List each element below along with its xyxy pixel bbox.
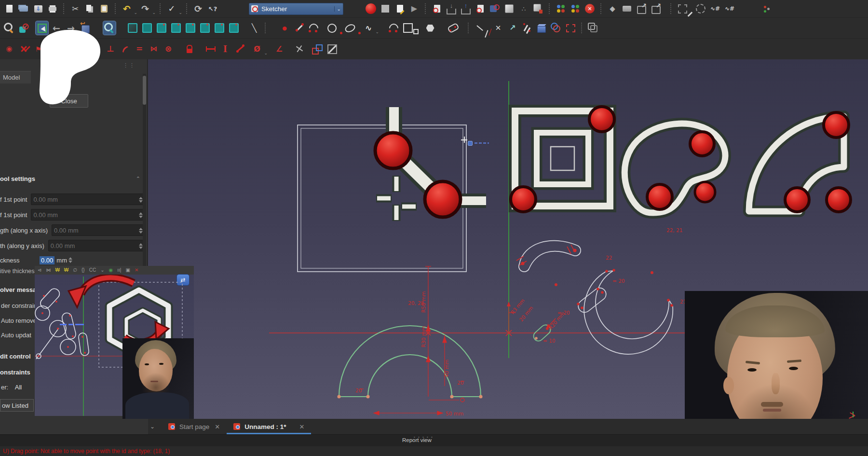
constraint-tangent-icon[interactable]: (	[119, 42, 131, 56]
pip-render-icon[interactable]: ◉	[109, 268, 113, 273]
constraints-filter[interactable]: er: All	[1, 384, 22, 391]
pip-grid-snap-icon[interactable]: ₩	[64, 268, 68, 273]
nav-back-icon[interactable]: ←	[50, 21, 63, 35]
create-ellipse-icon[interactable]	[344, 21, 356, 35]
value-input[interactable]: 0.00 mm	[31, 193, 145, 205]
validate-icon[interactable]: ✓	[165, 2, 178, 15]
constraint-perpendicular-icon[interactable]: ⊥	[104, 42, 117, 56]
view-bottom-icon[interactable]	[199, 21, 211, 35]
pip-brackets-icon[interactable]: {}	[81, 268, 85, 273]
spinner-icon[interactable]	[139, 210, 143, 220]
thickness-input[interactable]: 0.00	[40, 256, 54, 264]
create-arc-of-conic-icon[interactable]	[387, 21, 400, 35]
report-view-bar[interactable]: • • • • • Report view	[0, 434, 868, 446]
sketch-create-icon[interactable]	[431, 2, 443, 15]
value-input[interactable]: 0.00 mm	[48, 240, 145, 251]
clone-icon[interactable]	[550, 21, 562, 35]
zoom-icon[interactable]	[3, 21, 15, 35]
save-icon[interactable]	[32, 2, 44, 15]
view-top-icon[interactable]	[155, 21, 168, 35]
external-geometry-icon[interactable]: ↗	[506, 21, 519, 35]
snap-toggle-icon[interactable]	[569, 2, 582, 15]
sketch-map-icon[interactable]	[488, 2, 501, 15]
tab-unnamed-document[interactable]: Unnamed : 1* ✕	[227, 419, 311, 434]
view-fit-icon[interactable]	[103, 21, 116, 35]
value-input[interactable]: 0.00 mm	[31, 209, 145, 221]
refresh-icon[interactable]: ⟳	[192, 2, 204, 15]
copy-rectangular-icon[interactable]	[564, 21, 577, 35]
copy-icon[interactable]	[83, 2, 96, 15]
bspline-degree-down-icon[interactable]: ∿#	[723, 2, 736, 15]
chevron-down-icon[interactable]: ⌄	[334, 6, 341, 12]
pip-more-icon[interactable]: ⌄	[100, 268, 104, 273]
macro-play-icon[interactable]: ▶	[408, 2, 420, 15]
selection-rotate-icon[interactable]	[694, 2, 707, 15]
macro-edit-icon[interactable]	[393, 2, 406, 15]
constraint-block-icon[interactable]: ⊗	[162, 42, 175, 56]
constraint-horizontal-distance-icon[interactable]	[204, 42, 217, 56]
pip-bspline-icon[interactable]: CC	[89, 268, 96, 273]
close-tab-icon[interactable]: ✕	[299, 423, 305, 430]
value-input[interactable]: 0.00 mm	[52, 224, 145, 236]
spinner-icon[interactable]	[139, 241, 143, 251]
undo-icon[interactable]: ↶	[121, 2, 133, 15]
redo-icon[interactable]: ↷	[139, 2, 151, 15]
paste-icon[interactable]	[98, 2, 110, 15]
close-button[interactable]: Close	[50, 94, 88, 108]
create-slot-icon[interactable]	[447, 21, 460, 35]
pip-merge-icon[interactable]: ⋈	[46, 268, 51, 273]
toggle-construction-icon[interactable]	[535, 21, 548, 35]
sketch-reorient-icon[interactable]	[460, 2, 472, 15]
clone-alt-icon[interactable]	[587, 21, 599, 35]
macro-record-icon[interactable]	[365, 2, 377, 15]
draw-style-icon[interactable]	[36, 21, 48, 35]
auto-update-option[interactable]: Auto updat	[1, 332, 31, 339]
sketch-leave-icon[interactable]	[445, 2, 458, 15]
sketch-validate-icon[interactable]	[474, 2, 487, 15]
extend-edge-icon[interactable]: ✕	[492, 21, 504, 35]
constraint-symmetric-icon[interactable]: ⋈	[148, 42, 160, 56]
pip-axis-icon[interactable]: ıı|	[117, 268, 121, 273]
thickness-spinner[interactable]	[68, 255, 72, 265]
view-left-icon[interactable]	[213, 21, 226, 35]
clipping-toggle-icon[interactable]	[17, 21, 30, 35]
open-file-icon[interactable]	[17, 2, 30, 15]
cut-icon[interactable]: ✂	[69, 2, 81, 15]
selection-edit-icon[interactable]	[676, 2, 689, 15]
split-edge-icon[interactable]	[521, 21, 533, 35]
constraint-lock-icon[interactable]	[183, 42, 196, 56]
constraint-angle-icon[interactable]: ∠	[273, 42, 285, 56]
bspline-degree-up-icon[interactable]: ∿#	[709, 2, 721, 15]
pip-switch-icon[interactable]: ⇄	[176, 274, 190, 286]
edge-parameter-icon[interactable]	[760, 2, 773, 15]
create-arc-icon[interactable]	[307, 21, 320, 35]
view-right-icon[interactable]	[170, 21, 182, 35]
constraint-point-on-object-icon[interactable]: ⚑	[32, 42, 44, 56]
pip-view-icon[interactable]: ▣	[125, 268, 130, 273]
part-tool-icon[interactable]: ◆	[606, 2, 619, 15]
export-link-alt-icon[interactable]	[650, 2, 662, 15]
constraint-distance-icon[interactable]	[233, 42, 246, 56]
toggle-driving-constraint-icon[interactable]	[312, 42, 324, 56]
pip-construction-icon[interactable]: ∅	[73, 268, 77, 273]
constraint-vertical-distance-icon[interactable]: I	[219, 42, 231, 56]
tab-model[interactable]: Model	[0, 71, 31, 83]
sketch-merge-icon[interactable]	[503, 2, 515, 15]
view-rear-icon[interactable]	[184, 21, 197, 35]
pip-close-icon[interactable]: ✕	[135, 268, 138, 273]
collapse-icon[interactable]: ⌃	[136, 176, 140, 182]
view-home-icon[interactable]	[79, 21, 92, 35]
create-rectangle-icon[interactable]	[402, 21, 414, 35]
toggle-construction-geometry-icon[interactable]	[326, 42, 339, 56]
grid-toggle-icon[interactable]	[555, 2, 567, 15]
close-tab-icon[interactable]: ✕	[215, 423, 220, 430]
show-listed-button[interactable]: ow Listed	[0, 399, 34, 412]
panel-handle-icon[interactable]: ⋮⋮	[123, 62, 136, 69]
create-point-icon[interactable]: ●	[278, 21, 291, 35]
create-line-icon[interactable]	[293, 21, 305, 35]
trim-edge-icon[interactable]	[474, 21, 486, 35]
constraint-diameter-icon[interactable]: Ø	[251, 42, 263, 56]
spinner-icon[interactable]	[139, 226, 143, 235]
sketch-lock-icon[interactable]	[532, 2, 544, 15]
group-new-icon[interactable]	[621, 2, 633, 15]
